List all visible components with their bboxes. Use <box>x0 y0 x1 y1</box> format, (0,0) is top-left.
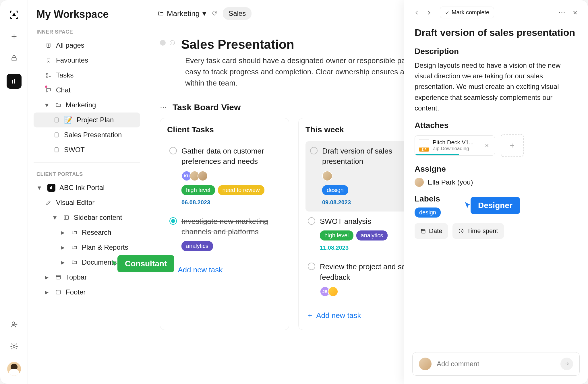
assignee-row[interactable]: Ella Park (you) <box>415 178 577 187</box>
nav-visual-editor[interactable]: Visual Editor <box>34 195 140 210</box>
folder-icon <box>71 244 78 251</box>
lock-icon[interactable] <box>8 52 20 65</box>
nav-swot[interactable]: SWOT <box>34 142 140 157</box>
nav-label: Footer <box>66 288 86 296</box>
task-detail-title: Draft version of sales presentation <box>415 27 577 38</box>
task-date: 11.08.2023 <box>320 245 418 251</box>
svg-rect-16 <box>421 229 425 233</box>
time-spent-chip[interactable]: Time spent <box>452 223 504 239</box>
nav-tasks[interactable]: Tasks <box>34 68 140 83</box>
settings-icon[interactable] <box>8 340 20 353</box>
svg-rect-4 <box>47 73 48 75</box>
column-title: This week <box>305 125 420 134</box>
attachment-card[interactable]: ZIP Pitch Deck V1... Zip.Downloading <box>415 135 495 156</box>
svg-point-15 <box>173 42 173 42</box>
nav-label: All pages <box>56 41 84 49</box>
breadcrumb-tag[interactable]: Sales <box>223 7 252 20</box>
nav-label: Visual Editor <box>56 199 94 207</box>
breadcrumb-folder[interactable]: Marketing ▾ <box>158 9 206 18</box>
nav-label: ABC Ink Portal <box>59 184 105 192</box>
description-label: Description <box>415 47 577 56</box>
chevron-right-icon: ▸ <box>45 288 51 296</box>
task-checkbox[interactable] <box>169 147 177 154</box>
mark-complete-button[interactable]: Mark complete <box>440 7 494 18</box>
send-comment-button[interactable] <box>560 358 573 370</box>
nav-favourites[interactable]: Favourites <box>34 53 140 68</box>
folder-icon <box>71 259 78 266</box>
nav-sidebar-content[interactable]: ▾ Sidebar content <box>34 210 140 225</box>
nav-all-pages[interactable]: All pages <box>34 38 140 53</box>
task-checkbox[interactable] <box>308 217 315 225</box>
nav-plan-reports[interactable]: ▸ Plan & Reports <box>34 240 140 255</box>
nav-research[interactable]: ▸ Research <box>34 225 140 240</box>
task-chips: high levelanalytics <box>320 230 418 241</box>
nav-abc-portal[interactable]: ▾ ABC Ink Portal <box>34 180 140 195</box>
attaches-label: Attaches <box>415 121 577 130</box>
divider <box>34 162 140 163</box>
task-card[interactable]: Investigate new marketing channels and p… <box>167 212 282 257</box>
chip: analytics <box>181 241 213 251</box>
footer-icon <box>55 289 62 296</box>
task-checkbox[interactable] <box>308 263 315 270</box>
more-icon[interactable]: ⋯ <box>558 9 566 17</box>
close-icon[interactable] <box>570 8 580 17</box>
nav-label: Project Plan <box>77 116 114 124</box>
status-dot-icon[interactable] <box>160 40 166 46</box>
next-arrow-icon[interactable] <box>426 10 432 15</box>
nav-marketing[interactable]: ▾ Marketing <box>34 98 140 113</box>
section-client-portals: CLIENT PORTALS <box>34 168 140 180</box>
nav-footer[interactable]: ▸ Footer <box>34 285 140 300</box>
nav-project-plan[interactable]: 📝 Project Plan <box>34 113 140 127</box>
label-chip[interactable]: design <box>415 207 441 218</box>
left-rail <box>0 0 28 384</box>
nav-sales-presentation[interactable]: Sales Presentation <box>34 127 140 142</box>
task-avatars <box>322 171 416 181</box>
plus-icon: + <box>308 311 312 320</box>
svg-point-14 <box>171 42 172 42</box>
task-card[interactable]: Review the project and seek feedbackJB <box>305 257 420 302</box>
comment-bar <box>412 352 580 376</box>
chevron-right-icon: ▸ <box>61 243 67 251</box>
task-detail-panel: Mark complete ⋯ Draft version of sales p… <box>404 0 588 384</box>
user-avatar[interactable] <box>7 362 21 376</box>
task-checkbox[interactable] <box>169 217 177 225</box>
nav-chat[interactable]: Chat <box>34 83 140 98</box>
comment-input[interactable] <box>437 360 555 368</box>
date-chip[interactable]: Date <box>415 223 448 239</box>
task-date: 06.08.2023 <box>181 199 280 206</box>
task-card[interactable]: Gather data on customer preferences and … <box>167 141 282 212</box>
board-title: Task Board View <box>173 102 241 112</box>
folder-icon <box>55 102 62 108</box>
remove-attachment-icon[interactable] <box>483 142 491 149</box>
task-chips: high levelneed to review <box>181 185 280 195</box>
task-checkbox[interactable] <box>310 147 318 154</box>
task-card[interactable]: SWOT analysishigh levelanalytics11.08.20… <box>305 212 420 257</box>
add-task-label: Add new task <box>316 311 361 320</box>
nav-label: Plan & Reports <box>82 243 128 251</box>
svg-rect-11 <box>56 290 61 294</box>
svg-point-2 <box>13 346 15 348</box>
nav-label: Tasks <box>56 71 74 79</box>
emoji-picker-icon[interactable] <box>169 40 175 46</box>
add-attachment-button[interactable]: + <box>501 134 524 157</box>
prev-arrow-icon[interactable] <box>412 8 421 17</box>
nav-label: Favourites <box>56 56 88 64</box>
task-date: 09.08.2023 <box>322 199 416 206</box>
task-title: Review the project and seek feedback <box>320 261 418 282</box>
tag-icon[interactable] <box>211 10 218 17</box>
invite-user-icon[interactable] <box>8 318 20 331</box>
svg-point-1 <box>12 322 15 325</box>
add-task-button[interactable]: +Add new task <box>305 308 420 323</box>
task-card[interactable]: Draft version of sales presentationdesig… <box>305 141 420 212</box>
calendar-icon <box>420 228 426 234</box>
app-logo-icon[interactable] <box>8 8 20 21</box>
task-title: SWOT analysis <box>320 216 371 226</box>
add-task-label: Add new task <box>178 265 223 274</box>
more-icon[interactable]: ⋯ <box>160 103 167 111</box>
sidebar-icon <box>63 214 70 221</box>
svg-point-12 <box>215 12 216 13</box>
assignee-name: Ella Park (you) <box>428 178 473 186</box>
workspace-icon[interactable] <box>7 74 22 89</box>
add-icon[interactable] <box>8 30 20 43</box>
add-task-button[interactable]: +Add new task <box>167 263 282 277</box>
